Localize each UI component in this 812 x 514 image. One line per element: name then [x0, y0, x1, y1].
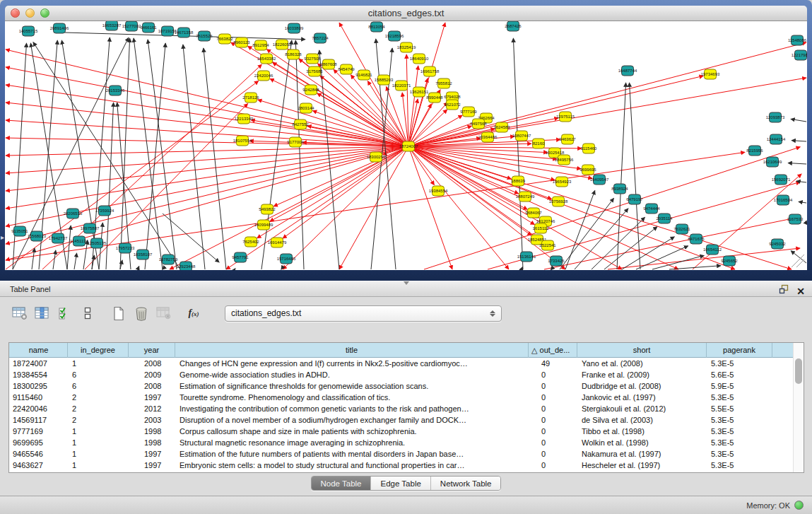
table-options-button[interactable]	[10, 304, 30, 322]
table-cell[interactable]: Changes of HCN gene expression and I(f) …	[175, 358, 529, 369]
table-cell[interactable]: Hescheler et al. (1997)	[577, 460, 707, 471]
table-cell[interactable]: 0	[529, 380, 577, 392]
column-header-year[interactable]: year	[129, 343, 175, 358]
table-cell[interactable]: Embryonic stem cells: a model to study s…	[175, 460, 529, 471]
table-panel-header[interactable]: Table Panel ✕	[0, 281, 812, 297]
tab-node-table[interactable]: Node Table	[312, 477, 371, 490]
table-row[interactable]: 1872400712008Changes of HCN gene express…	[9, 358, 804, 369]
column-header-in_degree[interactable]: in_degree	[68, 343, 129, 358]
table-cell[interactable]: 0	[529, 369, 577, 380]
table-cell[interactable]: 9463627	[10, 460, 68, 471]
table-cell[interactable]: 6	[68, 369, 129, 380]
table-row[interactable]: 977716911998Corpus callosum shape and si…	[9, 426, 804, 437]
table-cell[interactable]: 22420046	[10, 403, 68, 414]
table-cell[interactable]: 5.3E-5	[707, 437, 772, 448]
table-cell[interactable]: 0	[529, 437, 577, 448]
table-cell[interactable]: 2008	[129, 358, 175, 369]
table-cell[interactable]: Stergiakouli et al. (2012)	[577, 403, 707, 414]
table-cell[interactable]: 1	[68, 448, 129, 460]
table-cell[interactable]: Estimation of significance thresholds fo…	[175, 380, 529, 392]
table-cell[interactable]: 5.3E-5	[707, 358, 772, 369]
table-row[interactable]: 1830029562008Estimation of significance …	[9, 380, 804, 392]
table-cell[interactable]: 9699695	[10, 437, 68, 448]
column-header-name[interactable]: name	[10, 343, 68, 358]
table-cell[interactable]: 0	[529, 426, 577, 437]
table-cell[interactable]: de Silva et al. (2003)	[577, 414, 707, 426]
network-window-titlebar[interactable]: citations_edges.txt	[5, 6, 807, 21]
table-cell[interactable]: 1	[68, 437, 129, 448]
table-cell[interactable]: 19384554	[10, 369, 68, 380]
table-row[interactable]: 969969511998Structural magnetic resonanc…	[9, 437, 804, 448]
table-cell[interactable]: 2	[68, 392, 129, 403]
table-row[interactable]: 946362711997Embryonic stem cells: a mode…	[9, 460, 804, 471]
table-cell[interactable]: 14569117	[10, 414, 68, 426]
network-canvas[interactable]: 1872400714055715208914061065328715277002…	[5, 21, 807, 270]
delete-column-button[interactable]	[131, 304, 151, 322]
table-cell[interactable]: 0	[529, 414, 577, 426]
table-cell[interactable]: Investigating the contribution of common…	[175, 403, 529, 414]
close-panel-icon[interactable]: ✕	[796, 286, 805, 297]
table-cell[interactable]: 5.3E-5	[707, 426, 772, 437]
table-cell[interactable]: 1998	[129, 437, 175, 448]
table-cell[interactable]: 1997	[129, 460, 175, 471]
table-row[interactable]: 1456911722003Disruption of a novel membe…	[9, 414, 804, 426]
table-cell[interactable]: 0	[529, 460, 577, 471]
stacked-rows-button[interactable]	[78, 304, 98, 322]
table-cell[interactable]: 9777169	[10, 426, 68, 437]
function-builder-button[interactable]: f(x)	[184, 304, 204, 322]
table-cell[interactable]: 18300295	[10, 380, 68, 392]
table-cell[interactable]: Tibbo et al. (1998)	[577, 426, 707, 437]
table-cell[interactable]: 2	[68, 403, 129, 414]
column-header-pagerank[interactable]: pagerank	[707, 343, 772, 358]
table-cell[interactable]: Nakamura et al. (1997)	[577, 448, 707, 460]
table-cell[interactable]: 5.3E-5	[707, 460, 772, 471]
column-header-out_de[interactable]: △ out_de...	[529, 343, 577, 358]
network-window[interactable]: citations_edges.txt 18724007140557152089…	[0, 0, 812, 281]
table-cell[interactable]: Structural magnetic resonance image aver…	[175, 437, 529, 448]
table-cell[interactable]: 5.3E-5	[707, 414, 772, 426]
table-cell[interactable]: 1997	[129, 448, 175, 460]
table-cell[interactable]: 5.3E-5	[707, 448, 772, 460]
panel-resize-grip[interactable]	[404, 281, 409, 285]
table-cell[interactable]: Jankovic et al. (1997)	[577, 392, 707, 403]
table-cell[interactable]: Genome-wide association studies in ADHD.	[175, 369, 529, 380]
table-cell[interactable]: 5.6E-5	[707, 369, 772, 380]
table-cell[interactable]: 2008	[129, 380, 175, 392]
table-cell[interactable]: Tourette syndrome. Phenomenology and cla…	[175, 392, 529, 403]
table-cell[interactable]: 2	[68, 414, 129, 426]
table-cell[interactable]: Franke et al. (2009)	[577, 369, 707, 380]
tab-network-table[interactable]: Network Table	[430, 477, 501, 490]
table-cell[interactable]: 2012	[129, 403, 175, 414]
show-columns-button[interactable]	[33, 304, 52, 322]
table-selector[interactable]: citations_edges.txt	[225, 305, 502, 322]
table-cell[interactable]: 1	[68, 358, 129, 369]
table-cell[interactable]: 0	[529, 403, 577, 414]
table-row[interactable]: 911546021997Tourette syndrome. Phenomeno…	[9, 392, 804, 403]
table-cell[interactable]: 2009	[129, 369, 175, 380]
table-cell[interactable]: 5.9E-5	[707, 380, 772, 392]
table-cell[interactable]: 9115460	[10, 392, 68, 403]
table-cell[interactable]: 6	[68, 380, 129, 392]
table-cell[interactable]: 2003	[129, 414, 175, 426]
table-row[interactable]: 1938455462009Genome-wide association stu…	[9, 369, 804, 380]
table-cell[interactable]: Estimation of the future numbers of pati…	[175, 448, 529, 460]
table-cell[interactable]: 0	[529, 448, 577, 460]
column-header-title[interactable]: title	[175, 343, 529, 358]
table-cell[interactable]: Dudbridge et al. (2008)	[577, 380, 707, 392]
table-cell[interactable]: 0	[529, 392, 577, 403]
table-cell[interactable]: 1	[68, 460, 129, 471]
table-scrollbar-thumb[interactable]	[795, 358, 802, 384]
table-cell[interactable]: 1998	[129, 426, 175, 437]
table-cell[interactable]: Yano et al. (2008)	[577, 358, 707, 369]
table-cell[interactable]: 1997	[129, 392, 175, 403]
new-column-button[interactable]	[109, 304, 129, 322]
select-columns-button[interactable]	[55, 304, 75, 322]
table-row[interactable]: 2242004622012Investigating the contribut…	[9, 403, 804, 414]
table-row[interactable]: 946554611997Estimation of the future num…	[9, 448, 804, 460]
table-cell[interactable]: 5.5E-5	[707, 403, 772, 414]
table-cell[interactable]: Disruption of a novel member of a sodium…	[175, 414, 529, 426]
table-cell[interactable]: Corpus callosum shape and size in male p…	[175, 426, 529, 437]
table-scrollbar[interactable]	[793, 343, 804, 472]
table-cell[interactable]: Wolkin et al. (1998)	[577, 437, 707, 448]
table-cell[interactable]: 5.3E-5	[707, 392, 772, 403]
